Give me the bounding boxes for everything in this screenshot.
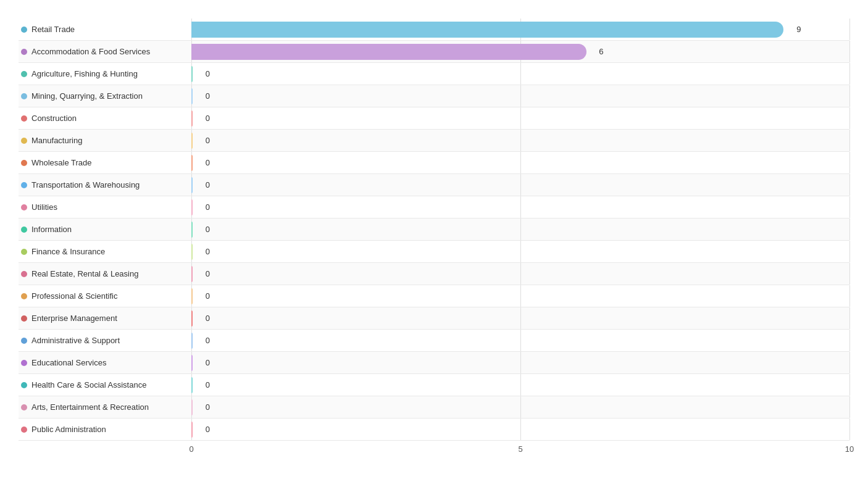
grid-line — [849, 419, 850, 440]
bar-label: Professional & Scientific — [19, 291, 191, 301]
bar-fill: 0 — [191, 222, 193, 238]
grid-line — [849, 263, 850, 285]
bar-dot-icon — [21, 27, 27, 33]
bar-label-text: Retail Trade — [31, 25, 75, 34]
bar-label-text: Information — [31, 225, 72, 234]
bar-container: 0 — [191, 63, 849, 85]
bar-label-text: Accommodation & Food Services — [31, 47, 150, 56]
bar-dot-icon — [21, 249, 27, 255]
bar-dot-icon — [21, 293, 27, 299]
bar-fill: 0 — [191, 333, 193, 349]
bar-value-label: 0 — [206, 69, 210, 78]
bar-label: Enterprise Management — [19, 314, 191, 323]
bar-container: 0 — [191, 374, 849, 396]
bar-row: Educational Services0 — [19, 352, 849, 374]
bar-label-text: Manufacturing — [31, 136, 82, 145]
bar-dot-icon — [21, 204, 27, 210]
grid-line — [849, 174, 850, 196]
bar-container: 0 — [191, 174, 849, 196]
grid-line — [849, 85, 850, 107]
grid-line — [520, 307, 521, 329]
bar-label: Real Estate, Rental & Leasing — [19, 269, 191, 278]
bar-fill: 0 — [191, 88, 193, 104]
grid-line — [520, 152, 521, 173]
bar-value-label: 0 — [206, 180, 210, 190]
bar-label-text: Wholesale Trade — [31, 158, 92, 167]
bar-label-text: Administrative & Support — [31, 336, 120, 345]
grid-line — [520, 85, 521, 107]
bar-dot-icon — [21, 360, 27, 366]
bar-row: Retail Trade9 — [19, 19, 849, 41]
grid-line — [849, 196, 850, 218]
bar-container: 0 — [191, 107, 849, 129]
grid-line — [849, 219, 850, 240]
bar-row: Transportation & Warehousing0 — [19, 174, 849, 196]
bar-label-text: Professional & Scientific — [31, 291, 117, 301]
bar-container: 0 — [191, 307, 849, 329]
bar-dot-icon — [21, 227, 27, 233]
bar-fill: 0 — [191, 310, 193, 327]
bar-value-label: 0 — [206, 202, 210, 212]
grid-line — [520, 196, 521, 218]
bar-value-label: 0 — [206, 269, 210, 278]
bar-label-text: Transportation & Warehousing — [31, 180, 140, 190]
grid-line — [520, 63, 521, 85]
bar-row: Enterprise Management0 — [19, 307, 849, 330]
bar-label: Utilities — [19, 202, 191, 212]
bar-container: 0 — [191, 219, 849, 240]
bar-fill: 0 — [191, 377, 193, 393]
bar-row: Mining, Quarrying, & Extraction0 — [19, 85, 849, 107]
bar-row: Public Administration0 — [19, 419, 849, 441]
bar-row: Wholesale Trade0 — [19, 152, 849, 174]
bar-dot-icon — [21, 182, 27, 188]
bar-row: Administrative & Support0 — [19, 330, 849, 352]
bar-fill: 9 — [191, 22, 783, 38]
x-axis-tick: 10 — [845, 444, 854, 454]
bar-dot-icon — [21, 315, 27, 322]
bar-label-text: Educational Services — [31, 358, 106, 367]
bar-dot-icon — [21, 404, 27, 410]
bar-row: Manufacturing0 — [19, 130, 849, 152]
bar-container: 0 — [191, 330, 849, 351]
bar-value-label: 0 — [206, 114, 210, 123]
bar-dot-icon — [21, 93, 27, 99]
bar-label: Mining, Quarrying, & Extraction — [19, 91, 191, 101]
x-axis-tick: 5 — [518, 444, 522, 454]
bar-label: Information — [19, 225, 191, 234]
grid-line — [520, 285, 521, 307]
bar-container: 0 — [191, 396, 849, 418]
grid-line — [849, 152, 850, 173]
bar-label-text: Enterprise Management — [31, 314, 117, 323]
bar-row: Utilities0 — [19, 196, 849, 219]
bar-label-text: Health Care & Social Assistance — [31, 380, 146, 389]
chart-area: Retail Trade9Accommodation & Food Servic… — [19, 19, 849, 459]
bar-container: 0 — [191, 263, 849, 285]
bar-label-text: Utilities — [31, 202, 57, 212]
bar-value-label: 9 — [796, 25, 801, 34]
grid-line — [849, 330, 850, 351]
bar-row: Finance & Insurance0 — [19, 241, 849, 263]
bar-container: 0 — [191, 241, 849, 262]
bar-fill: 0 — [191, 244, 193, 260]
bar-value-label: 0 — [206, 380, 210, 389]
grid-line — [849, 19, 850, 40]
bar-fill: 0 — [191, 155, 193, 171]
grid-line — [849, 130, 850, 151]
bar-label: Retail Trade — [19, 25, 191, 34]
grid-line — [849, 352, 850, 373]
grid-line — [520, 219, 521, 240]
grid-line — [849, 241, 850, 262]
bar-value-label: 0 — [206, 136, 210, 145]
bar-row: Real Estate, Rental & Leasing0 — [19, 263, 849, 285]
bar-label: Transportation & Warehousing — [19, 180, 191, 190]
bar-dot-icon — [21, 271, 27, 277]
bar-row: Construction0 — [19, 107, 849, 130]
bar-value-label: 0 — [206, 314, 210, 323]
bar-label: Accommodation & Food Services — [19, 47, 191, 56]
bar-row: Information0 — [19, 219, 849, 241]
bar-row: Accommodation & Food Services6 — [19, 41, 849, 63]
bar-container: 0 — [191, 352, 849, 373]
bar-label: Administrative & Support — [19, 336, 191, 345]
bar-fill: 6 — [191, 44, 586, 60]
grid-line — [849, 63, 850, 85]
